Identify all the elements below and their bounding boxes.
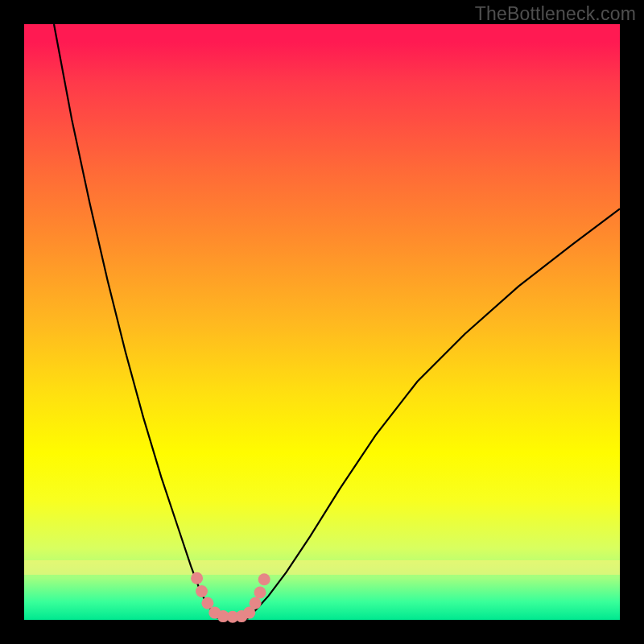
- trough-dot: [250, 597, 262, 609]
- bottleneck-curve: [54, 24, 620, 620]
- trough-dot: [258, 573, 270, 585]
- watermark-text: TheBottleneck.com: [475, 3, 636, 25]
- chart-overlay: [24, 24, 620, 620]
- plot-area: [24, 24, 620, 620]
- chart-frame: TheBottleneck.com: [0, 0, 644, 644]
- trough-dot: [196, 585, 208, 597]
- trough-dot: [254, 587, 266, 599]
- trough-dot: [191, 572, 203, 584]
